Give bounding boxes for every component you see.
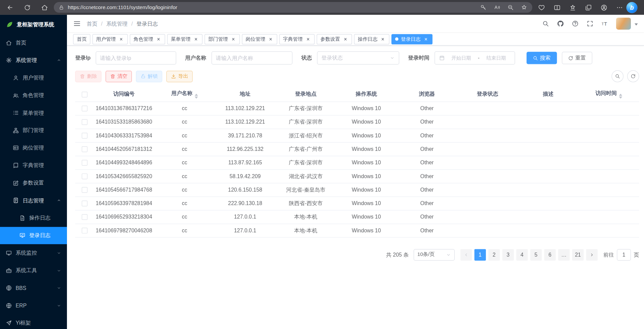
sidebar-item-post-mgmt[interactable]: 岗位管理 xyxy=(0,139,67,157)
question-icon[interactable] xyxy=(572,20,579,27)
status-select[interactable]: 登录状态 xyxy=(317,52,399,65)
next-page-button[interactable] xyxy=(586,249,598,260)
login-ip-input[interactable] xyxy=(100,55,171,61)
tab-dept-mgmt[interactable]: 部门管理× xyxy=(205,34,240,44)
address-bar[interactable]: https://ccnetcore.com:1101/system/log/lo… xyxy=(54,2,532,13)
page-button-2[interactable]: 2 xyxy=(488,249,500,260)
start-date-input[interactable] xyxy=(447,55,475,61)
close-icon[interactable]: × xyxy=(380,36,386,42)
close-icon[interactable]: × xyxy=(156,36,162,42)
fullscreen-icon[interactable] xyxy=(586,20,594,27)
table-row[interactable]: 1641044993248464896cc113.87.92.165广东省-深圳… xyxy=(75,156,639,169)
sidebar-item-bbs[interactable]: BBS xyxy=(0,279,67,297)
table-row[interactable]: 1641031367863177216cc113.102.129.221广东省-… xyxy=(75,102,639,115)
hamburger-icon[interactable] xyxy=(73,20,81,28)
search-button[interactable]: 搜索 xyxy=(526,52,557,64)
column-header[interactable]: 访问编号 xyxy=(94,87,154,102)
user-name-field[interactable] xyxy=(211,52,292,65)
sidebar-item-erp[interactable]: ERP xyxy=(0,297,67,314)
table-row[interactable]: 1641054566717984768cc120.6.150.158河北省-秦皇… xyxy=(75,183,639,196)
unlock-button[interactable]: 解锁 xyxy=(136,70,162,82)
bing-icon[interactable]: b xyxy=(627,2,638,13)
row-checkbox[interactable] xyxy=(81,119,87,125)
page-button-4[interactable]: 4 xyxy=(516,249,528,260)
column-header[interactable]: 描述 xyxy=(518,87,578,102)
sort-icon[interactable] xyxy=(619,94,622,99)
breadcrumb-item[interactable]: 首页 xyxy=(87,20,98,27)
clear-button[interactable]: 清空 xyxy=(106,70,132,82)
reset-button[interactable]: 重置 xyxy=(562,52,592,64)
sidebar-item-login-log[interactable]: 登录日志 xyxy=(0,227,67,244)
sort-icon[interactable] xyxy=(194,94,198,99)
row-checkbox[interactable] xyxy=(81,201,87,206)
sidebar-item-system-mgmt[interactable]: 系统管理 xyxy=(0,52,67,69)
close-icon[interactable]: × xyxy=(305,36,311,42)
close-icon[interactable]: × xyxy=(268,36,274,42)
tab-home[interactable]: 首页 xyxy=(73,34,90,44)
table-row[interactable]: 1641053426655825920cc58.19.42.209湖北省-武汉市… xyxy=(75,169,639,183)
end-date-input[interactable] xyxy=(482,55,510,61)
font-size-icon[interactable]: TT xyxy=(601,20,608,27)
app-logo[interactable]: 意框架管理系统 xyxy=(0,15,67,34)
column-header[interactable]: 地址 xyxy=(215,87,276,102)
sidebar-item-home[interactable]: 首页 xyxy=(0,34,67,52)
close-icon[interactable]: × xyxy=(118,36,124,42)
tab-operation-log[interactable]: 操作日志× xyxy=(354,34,389,44)
tab-login-log[interactable]: 登录日志× xyxy=(391,34,432,44)
close-icon[interactable]: × xyxy=(193,36,199,42)
close-icon[interactable]: × xyxy=(343,36,348,42)
sidebar-item-yi-framework[interactable]: Yi框架 xyxy=(0,314,67,329)
date-range-picker[interactable]: - xyxy=(434,52,515,65)
refresh-circle-button[interactable] xyxy=(627,70,639,82)
profile-icon[interactable] xyxy=(601,4,608,11)
home-icon[interactable] xyxy=(41,4,48,11)
more-horizontal-icon[interactable] xyxy=(616,4,623,11)
sidebar-item-log-mgmt[interactable]: 日志管理 xyxy=(0,192,67,209)
table-row[interactable]: 1641031533185863680cc113.102.129.221广东省-… xyxy=(75,115,639,129)
column-header[interactable]: 浏览器 xyxy=(397,87,457,102)
row-checkbox[interactable] xyxy=(81,146,87,152)
sidebar-item-role-mgmt[interactable]: 角色管理 xyxy=(0,87,67,104)
search-icon[interactable] xyxy=(542,20,549,27)
avatar[interactable] xyxy=(616,18,631,29)
table-row[interactable]: 1641069798270046208cc127.0.0.1本地-本机Windo… xyxy=(75,224,639,237)
sidebar-item-system-tools[interactable]: 系统工具 xyxy=(0,262,67,279)
select-all-checkbox[interactable] xyxy=(81,92,87,97)
key-icon[interactable] xyxy=(480,4,487,11)
refresh-icon[interactable] xyxy=(24,4,31,11)
read-aloud-icon[interactable] xyxy=(494,4,500,11)
sidebar-item-param-settings[interactable]: 参数设置 xyxy=(0,174,67,192)
row-checkbox[interactable] xyxy=(81,228,87,234)
tab-dict-mgmt[interactable]: 字典管理× xyxy=(279,34,315,44)
sidebar-item-user-mgmt[interactable]: 用户管理 xyxy=(0,69,67,87)
goto-page-input[interactable] xyxy=(617,249,631,260)
split-screen-icon[interactable] xyxy=(554,4,561,11)
column-header[interactable]: 访问时间 xyxy=(578,87,639,102)
github-icon[interactable] xyxy=(557,20,564,27)
page-button-3[interactable]: 3 xyxy=(502,249,514,260)
tab-user-mgmt[interactable]: 用户管理× xyxy=(93,34,128,44)
zoom-out-icon[interactable] xyxy=(507,4,514,11)
tab-role-mgmt[interactable]: 角色管理× xyxy=(130,34,165,44)
table-row[interactable]: 1641059633978281984cc222.90.130.18陕西省-西安… xyxy=(75,196,639,210)
sidebar-item-operation-log[interactable]: 操作日志 xyxy=(0,209,67,227)
back-arrow-icon[interactable] xyxy=(7,4,14,11)
sidebar-item-dept-mgmt[interactable]: 部门管理 xyxy=(0,122,67,139)
column-header[interactable]: 操作系统 xyxy=(336,87,397,102)
delete-button[interactable]: 删除 xyxy=(75,70,101,82)
column-header[interactable]: 用户名称 xyxy=(154,87,215,102)
row-checkbox[interactable] xyxy=(81,173,87,179)
favorites-bar-icon[interactable] xyxy=(569,4,576,11)
column-header[interactable]: 登录状态 xyxy=(457,87,518,102)
sidebar-item-menu-mgmt[interactable]: 菜单管理 xyxy=(0,104,67,122)
browser-essentials-icon[interactable] xyxy=(538,4,545,11)
favorites-add-icon[interactable] xyxy=(521,4,528,11)
close-icon[interactable]: × xyxy=(423,36,429,42)
tab-menu-mgmt[interactable]: 菜单管理× xyxy=(167,34,203,44)
breadcrumb-item[interactable]: 系统管理 xyxy=(106,20,128,27)
table-row[interactable]: 1641044520567181312cc112.96.225.132广东省-广… xyxy=(75,142,639,156)
page-button-5[interactable]: 5 xyxy=(530,249,542,260)
more-pages-button[interactable]: … xyxy=(558,249,570,260)
prev-page-button[interactable] xyxy=(460,249,472,260)
row-checkbox[interactable] xyxy=(81,214,87,220)
